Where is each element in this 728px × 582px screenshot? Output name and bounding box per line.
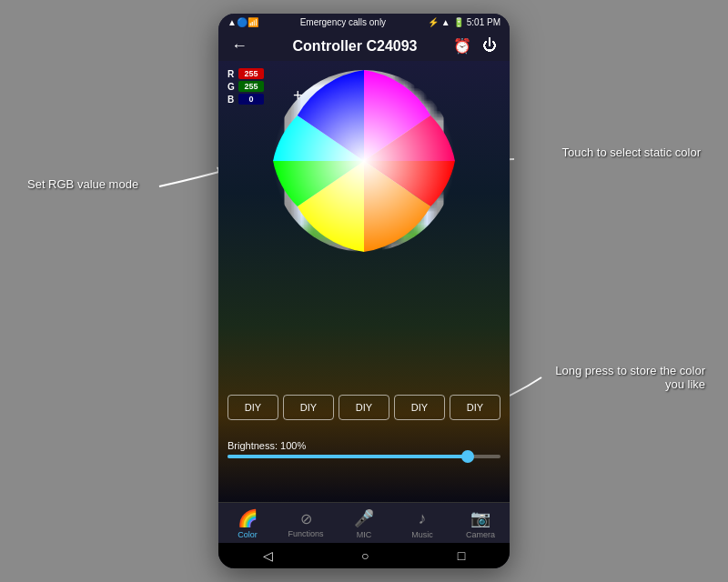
power-icon[interactable]: ⏻ bbox=[482, 37, 497, 55]
brightness-thumb[interactable] bbox=[461, 450, 474, 463]
music-icon: ♪ bbox=[419, 509, 427, 528]
b-value: 0 bbox=[238, 94, 264, 105]
status-icons: ⚡ ▲ 🔋 5:01 PM bbox=[428, 17, 500, 27]
system-bar: ◁ ○ □ bbox=[218, 543, 510, 568]
recents-button[interactable]: □ bbox=[458, 548, 465, 563]
home-button[interactable]: ○ bbox=[361, 548, 369, 563]
diy-button-3[interactable]: DIY bbox=[339, 395, 389, 420]
crosshair-indicator: + bbox=[293, 86, 303, 105]
r-label: R bbox=[228, 69, 238, 79]
diy-button-1[interactable]: DIY bbox=[228, 395, 278, 420]
status-signal: ▲🔵📶 bbox=[228, 17, 258, 27]
brightness-fill bbox=[228, 455, 473, 458]
nav-item-mic[interactable]: 🎤 MIC bbox=[341, 508, 387, 539]
diy-button-4[interactable]: DIY bbox=[394, 395, 445, 420]
battery-icon: 🔋 bbox=[453, 17, 464, 27]
annotation-longpress: Long press to store the color you like bbox=[541, 364, 705, 391]
diy-section: DIY DIY DIY DIY DIY bbox=[218, 395, 510, 420]
alarm-icon[interactable]: ⏰ bbox=[453, 37, 471, 55]
header-icons: ⏰ ⏻ bbox=[453, 37, 497, 55]
g-value: 255 bbox=[238, 81, 264, 92]
r-value: 255 bbox=[238, 68, 264, 79]
brightness-slider[interactable] bbox=[228, 455, 500, 458]
diy-button-2[interactable]: DIY bbox=[283, 395, 334, 420]
back-system-button[interactable]: ◁ bbox=[263, 548, 273, 563]
camera-label: Camera bbox=[466, 530, 495, 539]
bluetooth-icon: ⚡ bbox=[428, 17, 439, 27]
top-bar: ← Controller C24093 ⏰ ⏻ bbox=[218, 31, 510, 61]
time-display: 5:01 PM bbox=[467, 17, 500, 27]
wifi-icon: ▲ bbox=[441, 17, 450, 27]
b-badge[interactable]: B 0 bbox=[228, 94, 264, 105]
g-badge[interactable]: G 255 bbox=[228, 81, 264, 92]
g-label: G bbox=[228, 82, 238, 92]
brightness-section: Brightness: 100% bbox=[228, 440, 500, 458]
nav-item-camera[interactable]: 📷 Camera bbox=[458, 508, 503, 539]
status-bar: ▲🔵📶 Emergency calls only ⚡ ▲ 🔋 5:01 PM bbox=[218, 14, 510, 31]
status-text: Emergency calls only bbox=[300, 17, 386, 27]
nav-item-functions[interactable]: ⊘ Functions bbox=[283, 510, 329, 538]
annotation-rgb: Set RGB value mode bbox=[27, 177, 155, 191]
diy-button-5[interactable]: DIY bbox=[450, 395, 500, 420]
functions-label: Functions bbox=[288, 529, 323, 538]
r-badge[interactable]: R 255 bbox=[228, 68, 264, 79]
camera-icon: 📷 bbox=[470, 508, 490, 528]
nav-item-music[interactable]: ♪ Music bbox=[399, 509, 445, 539]
mic-icon: 🎤 bbox=[354, 508, 374, 528]
phone-frame: ▲🔵📶 Emergency calls only ⚡ ▲ 🔋 5:01 PM ←… bbox=[218, 14, 510, 568]
page-title: Controller C24093 bbox=[257, 38, 453, 55]
diy-row: DIY DIY DIY DIY DIY bbox=[228, 395, 500, 420]
b-label: B bbox=[228, 95, 238, 105]
annotation-touch: Touch to select static color bbox=[555, 146, 701, 159]
back-button[interactable]: ← bbox=[231, 36, 248, 55]
color-label: Color bbox=[238, 530, 258, 539]
mic-label: MIC bbox=[357, 530, 372, 539]
functions-icon: ⊘ bbox=[300, 510, 312, 527]
color-icon: 🌈 bbox=[238, 508, 258, 528]
rgb-badges: R 255 G 255 B 0 bbox=[228, 68, 264, 105]
brightness-label: Brightness: 100% bbox=[228, 440, 500, 451]
main-content: R 255 G 255 B 0 + bbox=[218, 61, 510, 502]
nav-item-color[interactable]: 🌈 Color bbox=[225, 508, 270, 539]
music-label: Music bbox=[411, 530, 433, 539]
bottom-nav: 🌈 Color ⊘ Functions 🎤 MIC ♪ Music 📷 Came… bbox=[218, 502, 510, 543]
